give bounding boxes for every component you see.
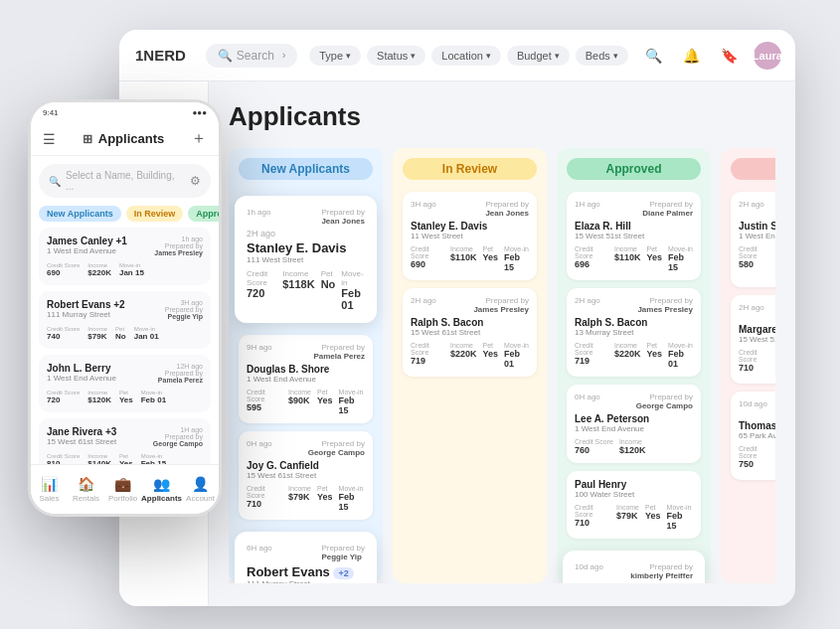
kanban-col-denied: Denied 2H ago Prepared by Paul Sterling … (721, 148, 775, 583)
mobile-title-text: Applicants (98, 131, 164, 146)
account-icon: 👤 (192, 476, 209, 492)
applicant-card-paul[interactable]: Paul Henry 100 Water Street Credit Score… (567, 471, 701, 539)
filter-icon[interactable]: ⚙ (190, 174, 201, 188)
card-name: Stanley E. Davis (247, 240, 365, 255)
desktop-main: Applicants New Applicants 1h ago Prepare… (209, 81, 795, 606)
grid-icon: ⊞ (83, 132, 92, 146)
mobile-title: ⊞ Applicants (83, 131, 164, 146)
col-header-review: In Review (403, 158, 537, 180)
mobile-search-icon: 🔍 (49, 176, 61, 187)
account-label: Account (186, 494, 215, 503)
applicant-card-henry-highlight[interactable]: 10d ago Prepared by kimberly Pfeiffer He… (563, 550, 705, 583)
search-arrow: › (282, 50, 285, 61)
tab-approved[interactable]: Approved (188, 206, 219, 222)
header-icons: 🔍 🔔 🔖 Laura (640, 42, 781, 70)
desktop-header: 1NERD 🔍 Search › Type Status Location Bu… (119, 30, 795, 81)
search-icon: 🔍 (218, 49, 233, 63)
mobile-card-john[interactable]: John L. Berry 1 West End Avenue 12H ago … (39, 355, 211, 412)
card-address: 1 West End Avenue (247, 375, 365, 384)
logo: 1NERD (135, 47, 186, 64)
card-time: 0H ago (247, 439, 272, 457)
nav-portfolio[interactable]: 💼 Portfolio (104, 476, 141, 503)
card-time: 6H ago (247, 544, 272, 561)
nav-rentals[interactable]: 🏠 Rentals (68, 476, 104, 503)
card-tag: 2H ago (247, 229, 365, 238)
notification-button[interactable]: 🔔 (678, 42, 706, 70)
card-time: 1h ago (247, 208, 270, 226)
filter-status[interactable]: Status (367, 46, 425, 66)
applicant-card-elaza[interactable]: 1H ago Prepared by Diane Palmer Elaza R.… (567, 192, 701, 280)
tab-in-review[interactable]: In Review (126, 206, 184, 222)
applicant-card-joy[interactable]: 0H ago Prepared by George Campo Joy G. C… (239, 431, 373, 520)
bookmark-button[interactable]: 🔖 (716, 42, 744, 70)
filter-beds[interactable]: Beds (576, 46, 628, 66)
income-value: $118K (282, 278, 314, 290)
tab-new-applicants[interactable]: New Applicants (39, 206, 121, 222)
credit-value: 720 (247, 287, 276, 299)
search-bar[interactable]: 🔍 Search › (206, 44, 297, 68)
card-name: Douglas B. Shore (247, 364, 365, 375)
applicant-card-stanley-review[interactable]: 3H ago Prepared by Jean Jones Stanley E.… (403, 192, 537, 280)
mobile-list: James Canley +1 1 West End Avenue 1h ago… (31, 228, 219, 480)
mobile-app: 9:41 ●●● ☰ ⊞ Applicants ＋ 🔍 Select a Nam… (28, 99, 222, 517)
applicant-card-thomas[interactable]: 10d ago Prepared by George Campo Thomas … (731, 392, 775, 480)
rentals-icon: 🏠 (78, 476, 94, 492)
applicant-card-stanley-highlight[interactable]: 1h ago Prepared by Jean Jones 2H ago Sta… (235, 196, 377, 323)
kanban-col-review: In Review 3H ago Prepared by Jean Jones … (393, 148, 547, 583)
mobile-card-james[interactable]: James Canley +1 1 West End Avenue 1h ago… (39, 228, 211, 285)
nav-sales[interactable]: 📊 Sales (31, 476, 68, 503)
mobile-status-bar: 9:41 ●●● (31, 102, 219, 122)
mobile-header: ☰ ⊞ Applicants ＋ (31, 122, 219, 156)
filter-type[interactable]: Type (309, 46, 361, 66)
card-stats: Credit Score 720 Income $118K Pet No (247, 269, 365, 311)
card-stats: Credit Score 595 Income $90K Pet Yes (247, 389, 365, 415)
applicants-label: Applicants (141, 494, 182, 503)
applicant-card-ralph-approved[interactable]: 2H ago Prepared by James Presley Ralph S… (567, 288, 701, 377)
portfolio-label: Portfolio (108, 494, 137, 503)
pet-value: No (321, 278, 336, 290)
filter-pills: Type Status Location Budget Beds (309, 46, 628, 66)
filter-budget[interactable]: Budget (507, 46, 570, 66)
nav-applicants[interactable]: 👥 Applicants (141, 476, 182, 503)
user-avatar[interactable]: Laura (754, 42, 781, 70)
applicant-card-justin[interactable]: 2H ago Prepared by Paul Sterling Justin … (731, 192, 775, 287)
add-icon[interactable]: ＋ (191, 128, 207, 149)
card-prepared-name: Jean Jones (321, 217, 365, 226)
nav-account[interactable]: 👤 Account (182, 476, 219, 503)
sales-icon: 📊 (41, 476, 58, 492)
applicant-card-ralph-review[interactable]: 2H ago Prepared by James Presley Ralph S… (403, 288, 537, 377)
time-display: 9:41 (43, 108, 59, 117)
signal-icons: ●●● (193, 108, 208, 117)
applicant-card-douglas[interactable]: 9H ago Prepared by Pamela Perez Douglas … (239, 335, 373, 423)
filter-location[interactable]: Location (431, 46, 501, 66)
col-header-new: New Applicants (239, 158, 373, 180)
movein-value: Feb 01 (341, 287, 365, 311)
applicant-card-lee[interactable]: 0H ago Prepared by George Campo Lee A. P… (567, 385, 701, 463)
extra-count: +2 (333, 567, 353, 579)
mobile-card-address: 1 West End Avenue (47, 246, 127, 255)
applicants-icon: 👥 (153, 476, 170, 492)
mobile-card-name: James Canley +1 (47, 236, 127, 246)
hamburger-icon[interactable]: ☰ (43, 131, 56, 147)
mobile-search-bar[interactable]: 🔍 Select a Name, Building, ... ⚙ (39, 164, 211, 198)
rentals-label: Rentals (73, 494, 99, 503)
col-header-denied: Denied (731, 158, 775, 180)
mobile-card-robert[interactable]: Robert Evans +2 111 Murray Street 3H ago… (39, 291, 211, 349)
income-label: Income (282, 269, 314, 278)
card-time: 9H ago (247, 343, 272, 361)
applicant-card-margaret[interactable]: 2H ago Prepared by Michael Meaney Margar… (731, 295, 775, 384)
mobile-filter-tabs: New Applicants In Review Approved Denied (31, 206, 219, 228)
mobile-bottom-nav: 📊 Sales 🏠 Rentals 💼 Portfolio 👥 Applican… (31, 464, 219, 514)
movein-label: Move-in (341, 269, 365, 287)
search-placeholder: Search (237, 49, 274, 63)
search-button[interactable]: 🔍 (640, 42, 668, 70)
credit-label: Credit Score (247, 269, 276, 287)
applicant-card-robert-highlight[interactable]: 6H ago Prepared by Peggie Yip Robert Eva… (235, 532, 377, 583)
kanban-col-new: New Applicants 1h ago Prepared by Jean J… (229, 148, 383, 583)
page-title: Applicants (229, 101, 775, 132)
col-header-approved: Approved (567, 158, 701, 180)
kanban-col-approved: Approved 1H ago Prepared by Diane Palmer… (557, 148, 711, 583)
sales-label: Sales (40, 494, 60, 503)
mobile-search-placeholder: Select a Name, Building, ... (66, 170, 185, 192)
card-prepared-label: Prepared by (321, 208, 365, 217)
